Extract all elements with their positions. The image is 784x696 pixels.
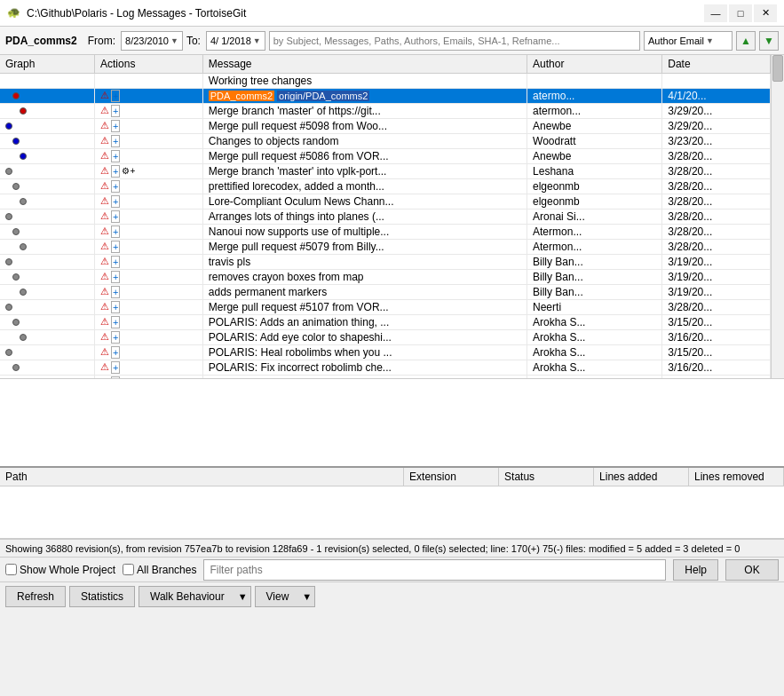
log-table-row[interactable]: ⚠+Merge pull request #5086 from VOR...An… <box>0 148 771 163</box>
to-date-arrow: ▼ <box>253 36 261 45</box>
message-cell: Merge branch 'master' into vplk-port... <box>202 163 527 178</box>
action-plus-icon[interactable]: + <box>111 331 120 344</box>
ok-button[interactable]: OK <box>725 559 779 581</box>
author-cell: elgeonmb <box>527 178 662 194</box>
show-whole-project-checkbox[interactable]: Show Whole Project <box>5 564 115 576</box>
navigate-down-button[interactable]: ▼ <box>759 31 779 51</box>
col-header-extension[interactable]: Extension <box>404 468 499 486</box>
diff-detail-area <box>0 379 784 468</box>
selected-branch-label: PDA_comms2 <box>209 91 274 101</box>
date-cell: 3/28/20... <box>662 163 771 178</box>
status-text: Showing 36880 revision(s), from revision… <box>5 543 740 554</box>
message-cell: Arranges lots of things into planes (... <box>202 209 527 224</box>
log-table-row[interactable]: ⚠+Merge pull request #5107 from VOR...Ne… <box>0 299 771 314</box>
graph-cell <box>0 375 95 379</box>
log-table-row[interactable]: ⚠+Changes to objects randomWoodratt3/23/… <box>0 133 771 148</box>
navigate-up-button[interactable]: ▲ <box>736 31 756 51</box>
col-header-actions[interactable]: Actions <box>95 55 203 73</box>
log-table-row[interactable]: ⚠+Merge pull request #5079 from Billy...… <box>0 239 771 254</box>
actions-cell: ⚠+ <box>95 360 203 375</box>
col-header-lines-removed[interactable]: Lines removed <box>689 468 784 486</box>
view-button[interactable]: View <box>255 586 300 607</box>
log-table-row[interactable]: ⚠+adds permanent markersBilly Ban...3/19… <box>0 284 771 299</box>
action-plus-icon[interactable]: + <box>111 120 120 132</box>
log-table-row[interactable]: ⚠+POLARIS: Heal robolimbs when you ...Ar… <box>0 344 771 360</box>
action-plus-icon[interactable]: + <box>111 150 120 162</box>
action-plus-icon[interactable]: + <box>111 361 120 374</box>
graph-cell <box>0 88 95 103</box>
author-cell: Anewbe <box>527 118 662 133</box>
actions-cell: ⚠+ <box>95 375 203 379</box>
walk-behaviour-button[interactable]: Walk Behaviour <box>139 586 235 607</box>
action-plus-icon[interactable]: + <box>111 301 120 313</box>
graph-cell <box>0 254 95 269</box>
statistics-button[interactable]: Statistics <box>69 586 135 607</box>
date-cell: 3/29/20... <box>662 118 771 133</box>
log-table-row[interactable]: ⚠+PDA_comms2origin/PDA_comms2atermo...4/… <box>0 88 771 103</box>
col-header-date[interactable]: Date <box>662 55 771 73</box>
from-date-picker[interactable]: 8/23/2010 ▼ <box>121 31 183 51</box>
log-table-row[interactable]: ⚠+Nanoui now supports use of multiple...… <box>0 224 771 239</box>
window-controls[interactable]: — □ ✕ <box>704 4 777 22</box>
action-plus-icon[interactable]: + <box>111 90 120 102</box>
all-branches-input[interactable] <box>123 564 134 575</box>
maximize-button[interactable]: □ <box>729 4 752 22</box>
action-plus-icon[interactable]: + <box>111 210 120 223</box>
action-plus-icon[interactable]: + <box>111 271 120 283</box>
col-header-author[interactable]: Author <box>527 55 662 73</box>
bottom-buttons: Refresh Statistics Walk Behaviour ▼ View… <box>0 581 784 610</box>
action-plus-icon[interactable]: + <box>111 195 120 208</box>
date-cell: 3/28/20... <box>662 148 771 163</box>
action-plus-icon[interactable]: + <box>111 225 120 238</box>
author-cell: Arokha S... <box>527 314 662 329</box>
col-header-graph[interactable]: Graph <box>0 55 95 73</box>
log-table-row[interactable]: ⚠+Merge pull request #5098 from Woo...An… <box>0 118 771 133</box>
log-table-row[interactable]: ⚠+Lore-Compliant Oculum News Chann...elg… <box>0 194 771 209</box>
log-table-row[interactable]: Working tree changes <box>0 73 771 88</box>
search-input[interactable] <box>269 31 640 51</box>
action-plus-icon[interactable]: + <box>111 135 120 147</box>
to-date-picker[interactable]: 4/ 1/2018 ▼ <box>206 31 265 51</box>
all-branches-checkbox[interactable]: All Branches <box>123 564 196 576</box>
log-table-row[interactable]: ⚠+prettified lorecodex, added a month...… <box>0 178 771 194</box>
log-table-row[interactable]: ⚠+⚙+Merge branch 'master' into vplk-port… <box>0 163 771 178</box>
action-plus-icon[interactable]: + <box>111 180 120 193</box>
log-table-row[interactable]: ⚠+POLARIS: Add eye color to shapeshi...A… <box>0 329 771 344</box>
help-button[interactable]: Help <box>673 559 718 581</box>
log-table-row[interactable]: ⚠+POLARIS: Fix incorrect robolimb che...… <box>0 360 771 375</box>
scrollbar-thumb[interactable] <box>772 55 783 82</box>
close-button[interactable]: ✕ <box>754 4 777 22</box>
action-plus-icon[interactable]: + <box>111 376 120 380</box>
col-header-message[interactable]: Message <box>202 55 527 73</box>
action-plus-icon[interactable]: + <box>111 241 120 253</box>
author-cell: Arokha S... <box>527 375 662 379</box>
warning-icon: ⚠ <box>100 180 109 192</box>
walk-behaviour-dropdown[interactable]: ▼ <box>235 586 251 607</box>
message-cell: POLARIS: Fix a call to the wrong up... <box>202 375 527 379</box>
refresh-button[interactable]: Refresh <box>5 586 66 607</box>
log-table-row[interactable]: ⚠+travis plsBilly Ban...3/19/20... <box>0 254 771 269</box>
action-plus-icon[interactable]: + <box>111 256 120 268</box>
log-table-row[interactable]: ⚠+removes crayon boxes from mapBilly Ban… <box>0 269 771 284</box>
view-dropdown[interactable]: ▼ <box>299 586 315 607</box>
message-cell: Merge pull request #5107 from VOR... <box>202 299 527 314</box>
action-plus-icon[interactable]: + <box>111 346 120 359</box>
action-plus-icon[interactable]: + <box>111 105 120 117</box>
action-plus-icon[interactable]: + <box>111 165 120 178</box>
action-plus-icon[interactable]: + <box>111 316 120 328</box>
actions-cell: ⚠+ <box>95 269 203 284</box>
minimize-button[interactable]: — <box>704 4 727 22</box>
col-header-path[interactable]: Path <box>0 468 404 486</box>
vertical-scrollbar[interactable] <box>771 55 784 378</box>
actions-cell: ⚠+⚙+ <box>95 163 203 178</box>
col-header-status[interactable]: Status <box>499 468 594 486</box>
filter-type-select[interactable]: Author Email ▼ <box>644 31 733 51</box>
log-table-row[interactable]: ⚠+Merge branch 'master' of https://git..… <box>0 103 771 118</box>
log-table-row[interactable]: ⚠+POLARIS: Adds an animation thing, ...A… <box>0 314 771 329</box>
col-header-lines-added[interactable]: Lines added <box>594 468 689 486</box>
action-plus-icon[interactable]: + <box>111 286 120 298</box>
filter-paths-input[interactable] <box>203 559 666 581</box>
show-whole-project-input[interactable] <box>5 564 17 575</box>
log-table-row[interactable]: ⚠+POLARIS: Fix a call to the wrong up...… <box>0 375 771 379</box>
log-table-row[interactable]: ⚠+Arranges lots of things into planes (.… <box>0 209 771 224</box>
